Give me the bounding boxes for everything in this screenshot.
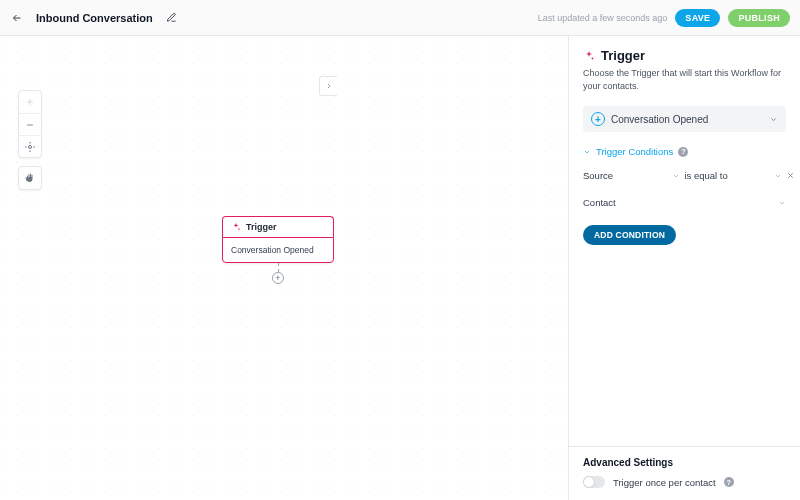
pan-toolbar	[18, 166, 42, 190]
node-connector: +	[272, 263, 284, 284]
collapse-panel-button[interactable]	[319, 76, 337, 96]
recenter-button[interactable]	[19, 135, 41, 157]
zoom-toolbar	[18, 90, 42, 158]
help-icon[interactable]: ?	[678, 147, 688, 157]
condition-field-select[interactable]: Source	[583, 167, 680, 184]
once-per-contact-label: Trigger once per contact	[613, 477, 716, 488]
svg-point-0	[29, 145, 32, 148]
advanced-settings-section: Advanced Settings Trigger once per conta…	[569, 446, 800, 500]
condition-row-source: Source is equal to	[583, 167, 786, 184]
plus-circle-icon: +	[591, 112, 605, 126]
trigger-node-header: Trigger	[222, 216, 334, 237]
condition-row-contact: Contact	[583, 194, 786, 211]
trigger-type-label: Conversation Opened	[611, 114, 708, 125]
trigger-config-panel: Trigger Choose the Trigger that will sta…	[568, 36, 800, 500]
back-icon[interactable]	[10, 11, 24, 25]
edit-icon[interactable]	[165, 11, 179, 25]
zoom-in-button[interactable]	[19, 91, 41, 113]
last-updated-text: Last updated a few seconds ago	[538, 13, 668, 23]
zoom-out-button[interactable]	[19, 113, 41, 135]
once-per-contact-toggle[interactable]	[583, 476, 605, 488]
condition-field-select[interactable]: Contact	[583, 194, 786, 211]
remove-condition-button[interactable]	[786, 170, 795, 182]
panel-scroll: Trigger Choose the Trigger that will sta…	[569, 36, 800, 446]
once-per-contact-row: Trigger once per contact ?	[583, 476, 786, 488]
header-right: Last updated a few seconds ago SAVE PUBL…	[538, 9, 790, 27]
trigger-node-title: Trigger	[246, 222, 277, 232]
add-step-button[interactable]: +	[272, 272, 284, 284]
publish-button[interactable]: PUBLISH	[728, 9, 790, 27]
save-button[interactable]: SAVE	[675, 9, 720, 27]
condition-operator-label: is equal to	[684, 170, 727, 181]
condition-field-label: Contact	[583, 197, 616, 208]
sparkle-icon	[231, 222, 241, 232]
trigger-node[interactable]: Trigger Conversation Opened +	[222, 216, 334, 263]
trigger-node-body: Conversation Opened	[222, 237, 334, 263]
chevron-down-icon	[583, 148, 591, 156]
workflow-title: Inbound Conversation	[36, 12, 153, 24]
advanced-heading: Advanced Settings	[583, 457, 786, 468]
chevron-down-icon	[774, 172, 782, 180]
panel-title-row: Trigger	[583, 48, 786, 63]
add-condition-button[interactable]: ADD CONDITION	[583, 225, 676, 245]
chevron-down-icon	[672, 172, 680, 180]
panel-title: Trigger	[601, 48, 645, 63]
trigger-type-select[interactable]: + Conversation Opened	[583, 106, 786, 132]
main-area: Trigger Conversation Opened + Trigger Ch…	[0, 36, 800, 500]
workflow-canvas[interactable]: Trigger Conversation Opened +	[0, 36, 568, 500]
panel-description: Choose the Trigger that will start this …	[583, 67, 786, 92]
header-left: Inbound Conversation	[10, 11, 179, 25]
hand-tool-button[interactable]	[19, 167, 41, 189]
condition-operator-select[interactable]: is equal to	[684, 167, 781, 184]
sparkle-icon	[583, 50, 595, 62]
conditions-label: Trigger Conditions	[596, 146, 673, 157]
connector-line	[278, 263, 279, 272]
conditions-toggle[interactable]: Trigger Conditions ?	[583, 146, 786, 157]
chevron-down-icon	[769, 115, 778, 124]
condition-field-label: Source	[583, 170, 613, 181]
help-icon[interactable]: ?	[724, 477, 734, 487]
chevron-down-icon	[778, 199, 786, 207]
app-header: Inbound Conversation Last updated a few …	[0, 0, 800, 36]
